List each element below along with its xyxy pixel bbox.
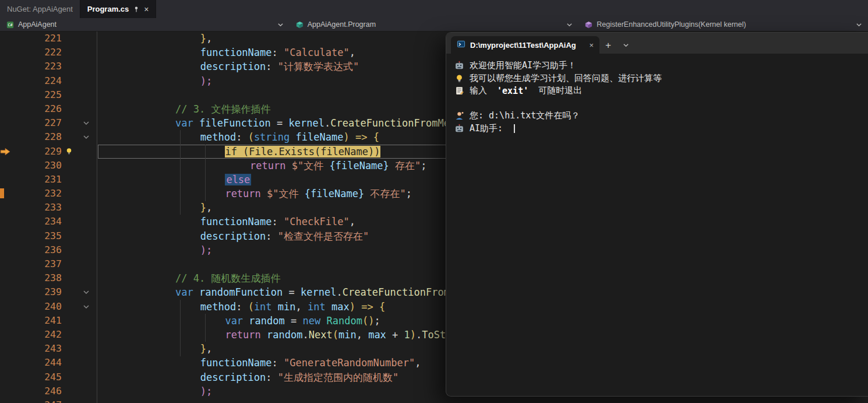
line-number[interactable]: 245 (14, 370, 62, 384)
glyph-margin (0, 384, 14, 398)
fold-margin (77, 74, 97, 88)
line-number[interactable]: 236 (14, 243, 62, 257)
code-text: }, (97, 201, 212, 215)
fold-margin (77, 243, 97, 257)
code-text: }, (97, 31, 212, 45)
glyph-margin (0, 173, 14, 187)
line-number[interactable]: 241 (14, 314, 62, 328)
code-text: // 4. 随机数生成插件 (97, 271, 280, 285)
line-number[interactable]: 246 (14, 384, 62, 398)
gutter-space (62, 59, 77, 73)
tab-dropdown-button[interactable] (617, 36, 634, 54)
code-text (97, 398, 101, 403)
gutter-space (62, 328, 77, 342)
gutter-space (62, 384, 77, 398)
terminal-window: D:\myproject\11Test\AppAiAg × + 欢迎使用智能AI… (446, 32, 868, 397)
fold-chevron-icon[interactable] (77, 300, 97, 314)
fold-margin (77, 215, 97, 229)
fold-margin (77, 201, 97, 215)
fold-chevron-icon[interactable] (77, 130, 97, 144)
chevron-down-icon[interactable] (566, 22, 573, 28)
lightbulb-icon[interactable] (62, 145, 77, 159)
fold-margin (77, 328, 97, 342)
code-text: description: "检查文件是否存在" (97, 229, 369, 243)
fold-chevron-icon[interactable] (77, 285, 97, 299)
chevron-down-icon[interactable] (277, 22, 284, 28)
glyph-margin (0, 229, 14, 243)
tab-nuget-appaiagent[interactable]: NuGet: AppAiAgent (0, 0, 80, 18)
line-number[interactable]: 222 (14, 45, 62, 59)
code-text: var random = new Random(); (97, 314, 380, 328)
method-icon (584, 20, 593, 29)
line-number[interactable]: 234 (14, 215, 62, 229)
glyph-margin (0, 328, 14, 342)
line-number[interactable]: 231 (14, 173, 62, 187)
code-text: else (97, 173, 251, 187)
glyph-margin (0, 59, 14, 73)
line-number[interactable]: 227 (14, 116, 62, 130)
code-text: return $"文件 {fileName} 存在"; (97, 159, 427, 173)
chevron-down-icon (623, 40, 629, 51)
chevron-down-icon[interactable] (856, 22, 862, 28)
line-number[interactable]: 228 (14, 130, 62, 144)
pin-icon[interactable] (133, 6, 140, 13)
line-number[interactable]: 232 (14, 187, 62, 201)
line-number[interactable]: 224 (14, 74, 62, 88)
line-number[interactable]: 243 (14, 342, 62, 356)
bulb-icon (454, 73, 465, 83)
line-number[interactable]: 238 (14, 271, 62, 285)
tab-label: NuGet: AppAiAgent (7, 5, 73, 13)
fold-margin (77, 356, 97, 370)
line-number[interactable]: 233 (14, 201, 62, 215)
type-dropdown[interactable]: AppAiAgent.Program (290, 18, 579, 31)
terminal-line: 您: d:\hi.txt文件在吗？ (454, 110, 860, 122)
line-number[interactable]: 230 (14, 159, 62, 173)
glyph-margin (0, 102, 14, 116)
terminal-output[interactable]: 欢迎使用智能AI学习助手！我可以帮您生成学习计划、回答问题、进行计算等输入 'e… (446, 54, 868, 141)
code-text (97, 257, 101, 271)
line-number[interactable]: 225 (14, 88, 62, 102)
line-number[interactable]: 235 (14, 229, 62, 243)
svg-text:C#: C# (8, 23, 13, 27)
code-line-247[interactable]: 247 (0, 398, 868, 403)
fold-chevron-icon[interactable] (77, 116, 97, 130)
class-icon (295, 20, 304, 29)
glyph-margin (0, 116, 14, 130)
line-number[interactable]: 239 (14, 285, 62, 299)
new-tab-button[interactable]: + (599, 36, 617, 54)
member-dropdown[interactable]: RegisterEnhancedUtilityPlugins(Kernel ke… (578, 18, 868, 31)
gutter-space (62, 201, 77, 215)
line-number[interactable]: 240 (14, 300, 62, 314)
fold-margin (77, 342, 97, 356)
line-number[interactable]: 244 (14, 356, 62, 370)
line-number[interactable]: 242 (14, 328, 62, 342)
gutter-space (62, 229, 77, 243)
terminal-tab[interactable]: D:\myproject\11Test\AppAiAg × (451, 36, 599, 54)
fold-margin (77, 145, 97, 159)
terminal-line (454, 97, 860, 110)
fold-margin (77, 102, 97, 116)
line-number[interactable]: 247 (14, 398, 62, 403)
terminal-tab-bar: D:\myproject\11Test\AppAiAg × + (446, 33, 868, 54)
line-number[interactable]: 226 (14, 102, 62, 116)
project-dropdown[interactable]: C# AppAiAgent (0, 18, 290, 31)
close-icon[interactable]: × (589, 41, 594, 50)
tab-program-cs[interactable]: Program.cs × (80, 0, 157, 18)
line-number[interactable]: 221 (14, 31, 62, 45)
fold-margin (77, 271, 97, 285)
indent-guide (205, 145, 206, 201)
code-text: functionName: "GenerateRandomNumber", (97, 356, 421, 370)
line-number[interactable]: 223 (14, 59, 62, 73)
terminal-line: AI助手: (454, 122, 860, 135)
line-number[interactable]: 229 (14, 145, 62, 159)
gutter-space (62, 285, 77, 299)
fold-margin (77, 159, 97, 173)
line-number[interactable]: 237 (14, 257, 62, 271)
glyph-margin (0, 45, 14, 59)
close-icon[interactable]: × (144, 5, 149, 14)
glyph-margin (0, 88, 14, 102)
fold-margin (77, 398, 97, 403)
indent-guide (180, 130, 181, 215)
gutter-space (62, 314, 77, 328)
fold-margin (77, 59, 97, 73)
